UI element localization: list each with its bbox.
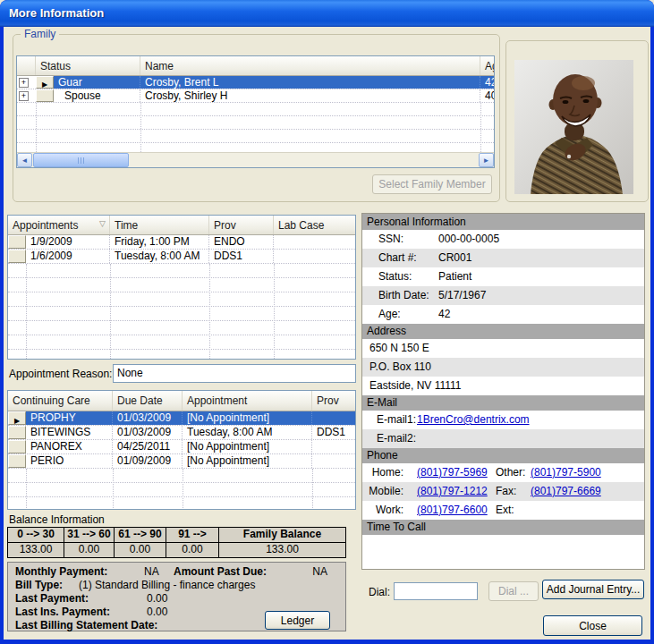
address-line-1: 650 N 150 E	[362, 339, 644, 358]
patient-photo	[514, 60, 633, 194]
ssn-value: 000-00-0005	[438, 230, 499, 249]
family-row-guarantor[interactable]: + ▶ Guar Crosby, Brent L 42	[17, 76, 494, 89]
last-payment-label: Last Payment:	[15, 592, 89, 605]
mobile-phone-link[interactable]: (801)797-1212	[417, 482, 488, 501]
scrollbar-thumb[interactable]	[33, 153, 129, 167]
ssn-row: SSN: 000-00-0005	[362, 230, 644, 249]
expand-icon[interactable]: +	[19, 91, 29, 101]
more-information-window: More Information Family Status Name Ag +…	[0, 0, 654, 644]
scroll-right-icon[interactable]: ►	[479, 153, 494, 167]
care-appt-cell: [No Appointment]	[183, 454, 312, 468]
work-phone-link[interactable]: (801)797-6600	[417, 501, 488, 520]
age-row: Age: 42	[362, 305, 644, 324]
prov-column-header[interactable]: Prov	[209, 216, 274, 234]
status-column-header[interactable]: Status	[36, 56, 140, 75]
family-group-label: Family	[21, 28, 59, 40]
continuing-care-row[interactable]: PANOREX 04/25/2011 [No Appointment]	[8, 440, 355, 454]
sort-descending-icon: ▽	[99, 219, 106, 228]
dial-input[interactable]	[394, 582, 478, 600]
add-journal-entry-button[interactable]: Add Journal Entry...	[542, 580, 644, 599]
grid-line	[209, 264, 211, 359]
billing-info-box: Monthly Payment: NA Amount Past Due: NA …	[7, 562, 346, 631]
lab-case-column-header[interactable]: Lab Case	[274, 216, 355, 234]
row-selector-cell	[8, 454, 26, 468]
thumb-grip	[78, 157, 85, 164]
grid-line	[110, 264, 112, 359]
row-selector-cell	[8, 440, 26, 453]
row-selector-cell	[36, 89, 54, 102]
tree-cell: +	[17, 76, 36, 89]
grid-line	[36, 103, 38, 152]
patient-info-panel: Personal Information SSN: 000-00-0005 Ch…	[361, 213, 645, 570]
email2-row: E-mail2:	[362, 429, 644, 448]
appointment-row[interactable]: 1/9/2009 Friday, 1:00 PM ENDO	[8, 235, 355, 250]
row-selector-cell	[8, 235, 26, 249]
tree-cell: +	[17, 89, 36, 102]
other-phone-link[interactable]: (801)797-5900	[531, 463, 601, 482]
appointment-time-cell: Friday, 1:00 PM	[110, 235, 209, 249]
ssn-label: SSN:	[378, 230, 403, 249]
row-indicator-icon: ▶	[36, 76, 54, 89]
family-row-spouse[interactable]: + Spouse Crosby, Shirley H 40	[17, 89, 494, 103]
appointment-column-header[interactable]: Appointment	[183, 391, 312, 411]
aging-31-60-value: 0.00	[64, 543, 115, 557]
aging-61-90-header: 61 --> 90	[115, 528, 166, 542]
last-ins-payment-value: 0.00	[147, 606, 167, 618]
appointment-row[interactable]: 1/6/2009 Tuesday, 8:00 AM DDS1	[8, 250, 355, 264]
last-payment-value: 0.00	[147, 592, 167, 605]
due-date-column-header[interactable]: Due Date	[113, 391, 183, 411]
empty-row	[8, 292, 355, 307]
time-column-header[interactable]: Time	[110, 216, 209, 234]
select-family-member-button[interactable]: Select Family Member	[372, 174, 492, 194]
appointment-reason-label: Appointment Reason:	[9, 368, 112, 380]
fax-phone-link[interactable]: (801)797-6669	[531, 482, 601, 501]
window-title: More Information	[0, 0, 654, 20]
amount-past-due-label: Amount Past Due:	[174, 565, 267, 578]
close-button[interactable]: Close	[543, 615, 642, 636]
email1-link[interactable]: 1BrenCro@dentrix.com	[417, 411, 530, 429]
family-grid-hscrollbar[interactable]: ◄ ►	[17, 152, 494, 167]
chart-value: CR001	[438, 249, 471, 267]
work-label: Work:	[362, 501, 403, 520]
grid-line	[274, 264, 276, 359]
aging-0-30-value: 133.00	[8, 543, 64, 557]
care-type-cell: PERIO	[26, 454, 113, 468]
prov-column-header[interactable]: Prov	[312, 391, 355, 411]
name-column-header[interactable]: Name	[140, 56, 480, 75]
grid-line	[312, 469, 314, 510]
photo-groupbox	[505, 40, 649, 202]
birth-date-label: Birth Date:	[378, 286, 429, 305]
balance-table: 0 --> 30 31 --> 60 61 --> 90 91 --> Fami…	[7, 527, 346, 558]
continuing-care-row[interactable]: ▶ PROPHY 01/03/2009 [No Appointment]	[8, 411, 355, 426]
continuing-care-column-header[interactable]: Continuing Care	[8, 391, 113, 411]
ledger-button[interactable]: Ledger	[265, 611, 330, 630]
continuing-care-row[interactable]: BITEWINGS 01/03/2009 Tuesday, 8:00 AM DD…	[8, 426, 355, 440]
continuing-care-row[interactable]: PERIO 01/09/2009 [No Appointment]	[8, 454, 355, 469]
age-value: 42	[438, 305, 450, 324]
empty-row	[8, 483, 355, 497]
home-phone-link[interactable]: (801)797-5969	[417, 463, 488, 482]
expand-icon[interactable]: +	[19, 78, 29, 88]
appointments-column-header[interactable]: Appointments▽	[8, 216, 110, 234]
family-status-cell: Guar	[54, 76, 140, 89]
phone-header: Phone	[362, 448, 644, 463]
balance-values-row: 133.00 0.00 0.00 0.00 133.00	[8, 543, 345, 557]
appointment-reason-field[interactable]: None	[113, 364, 356, 383]
age-column-header[interactable]: Ag	[480, 56, 494, 75]
grid-line	[113, 469, 115, 510]
appointment-lab-cell	[274, 250, 355, 263]
care-due-cell: 01/09/2009	[113, 454, 183, 468]
address-text: P.O. Box 110	[369, 358, 431, 377]
appointment-prov-cell: ENDO	[209, 235, 274, 249]
appointment-prov-cell: DDS1	[209, 250, 274, 263]
scroll-left-icon[interactable]: ◄	[17, 153, 32, 167]
monthly-payment-label: Monthly Payment:	[15, 565, 107, 578]
birth-date-row: Birth Date: 5/17/1967	[362, 286, 644, 305]
dial-button[interactable]: Dial ...	[488, 581, 539, 601]
tree-column-header	[17, 56, 36, 75]
phone-row-mobile-fax: Mobile: (801)797-1212 Fax: (801)797-6669	[362, 482, 644, 501]
row-selector-cell	[8, 250, 26, 263]
status-row: Status: Patient	[362, 267, 644, 286]
title-bar[interactable]: More Information	[0, 0, 654, 27]
ext-label: Ext:	[496, 501, 514, 520]
